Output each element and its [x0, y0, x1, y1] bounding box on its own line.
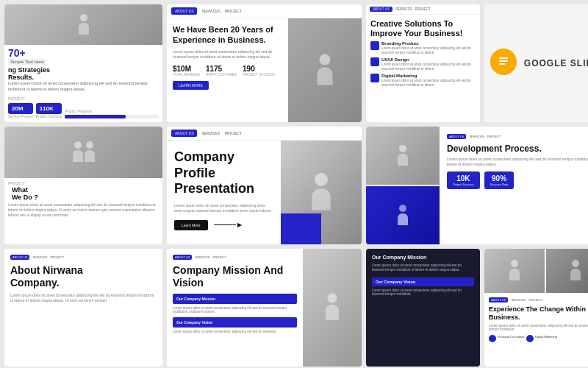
card9-vision-label: Our Company Vision [173, 317, 297, 328]
card5-people [4, 127, 162, 178]
card-about-nirwana: ABOUT US SERVICES PROJECT About Nirwana … [4, 249, 162, 367]
card3-sub3-text: Digital Marketing Lorem ipsum dolor sit … [381, 74, 476, 88]
card2-nav-about[interactable]: ABOUT US [171, 7, 197, 15]
card3-sub1-text: Branding Product Lorem ipsum dolor sit a… [381, 41, 476, 55]
card-company-profile: ABOUT US SERVICES PROJECT Company Profil… [167, 127, 362, 244]
card6-nav: ABOUT US SERVICES PROJECT [167, 127, 362, 141]
card7-text: ABOUT US SERVICES PROJECT Development Pr… [440, 127, 588, 244]
card11-nav: ABOUT US SERVICES PROJECT [489, 297, 588, 302]
card9-nav-project[interactable]: PROJECT [213, 255, 227, 259]
card7-stats: 10K Project Success 90% Success Rate [447, 171, 588, 189]
card7-nav: ABOUT US SERVICES PROJECT [447, 134, 588, 139]
card8-nav-services[interactable]: SERVICES [32, 255, 47, 259]
card6-left-text: Company Profile Presentation Lorem ipsum… [167, 141, 281, 244]
card3-sub3-desc: Lorem ipsum dolor sit amet consectetur a… [381, 79, 476, 88]
card6-blue-overlay [281, 213, 321, 244]
card2-img-placeholder [288, 18, 362, 122]
svg-rect-2 [499, 60, 508, 62]
card11-people-b [546, 249, 589, 293]
card11-consult-items: Financial Consultant Digital Marketing [489, 335, 588, 342]
card2-stat1-val: $10M [173, 65, 200, 73]
card1-stats: 20M Service Project 110K Project Success… [4, 101, 162, 121]
card10-mission-desc: Lorem ipsum dolor sit amet consectetur a… [372, 263, 474, 273]
card2-stats: $10M TOTAL REVENUE 1175 HAPPY CUSTOMER 1… [173, 65, 282, 77]
card5-question1: What [8, 186, 159, 194]
card1-stat1-val: 20M [8, 103, 33, 114]
card11-consult1-text: Financial Consultant [498, 335, 524, 339]
card2-nav-project[interactable]: PROJECT [225, 9, 242, 13]
card9-nav-services[interactable]: SERVICES [195, 255, 209, 259]
card7-nav-services[interactable]: SERVICES [469, 135, 484, 138]
card2-stat3: 190 PROJECT SUCCESS [243, 65, 275, 77]
card7-images [366, 127, 440, 244]
card5-project-label: PROJECT [4, 178, 162, 186]
card-strategies: 70+ Simple Text Here ng Strategies Resul… [4, 4, 162, 122]
svg-rect-1 [499, 57, 508, 59]
card7-nav-about[interactable]: ABOUT US [447, 134, 466, 139]
card11-people-a [484, 249, 545, 293]
card7-stat2: 90% Success Rate [484, 171, 514, 189]
card6-nav-services[interactable]: SERVICES [201, 131, 220, 135]
card8-title2: Company. [10, 277, 60, 289]
card-experience: ABOUT US SERVICES PROJECT Experience The… [484, 249, 588, 367]
card6-learn-btn[interactable]: Learn More [174, 220, 208, 230]
card2-nav: ABOUT US SERVICES PROJECT [167, 4, 362, 18]
card3-sub3-icon [370, 74, 379, 82]
card11-desc: Lorem ipsum dolor sit amet consectetur a… [489, 324, 588, 333]
card1-stat1-label: Service Project [8, 114, 33, 118]
card2-stat2-label: HAPPY CUSTOMER [206, 73, 237, 77]
card2-stat2-val: 1175 [206, 65, 237, 73]
card1-stat2-val: 110K [36, 103, 62, 114]
card1-progress-label: Project Progress [65, 109, 159, 113]
card2-nav-services[interactable]: SERVICES [201, 9, 220, 13]
card11-nav-services[interactable]: SERVICES [511, 298, 526, 302]
card8-desc: Lorem ipsum dolor sit amet consectetur a… [10, 293, 157, 303]
card8-nav-about[interactable]: ABOUT US [10, 255, 29, 260]
card1-number: 70+ [8, 47, 159, 59]
card2-heading: We Have Been 20 Years of Experience in B… [173, 24, 282, 46]
card1-progress-bar-bg [65, 115, 159, 118]
card2-left-text: We Have Been 20 Years of Experience in B… [167, 18, 288, 122]
card3-sub1-desc: Lorem ipsum dolor sit amet consectetur a… [381, 46, 476, 55]
card1-image [4, 4, 162, 45]
card3-sub1: Branding Product Lorem ipsum dolor sit a… [370, 41, 476, 55]
card8-nav-project[interactable]: PROJECT [51, 255, 65, 259]
card9-mission-desc: Lorem ipsum dolor sit amet consectetur a… [173, 306, 297, 315]
card2-learn-btn[interactable]: LEARN MORE [173, 81, 209, 90]
card6-title2: Presentation [174, 181, 254, 196]
card-development: ABOUT US SERVICES PROJECT Development Pr… [366, 127, 588, 244]
card9-nav-about[interactable]: ABOUT US [173, 255, 192, 260]
card11-nav-project[interactable]: PROJECT [529, 298, 543, 302]
card7-stat2-label: Success Rate [490, 183, 509, 186]
card3-nav-services[interactable]: SERVICES [395, 7, 412, 11]
card6-desc: Lorem ipsum dolor sit amet consectetur a… [174, 203, 273, 214]
card3-nav-about[interactable]: ABOUT US [370, 7, 392, 12]
card3-sub1-title: Branding Product [381, 41, 476, 46]
card9-mission-label: Our Company Mission [173, 294, 297, 304]
card2-stat1: $10M TOTAL REVENUE [173, 65, 200, 77]
card2-stat3-label: PROJECT SUCCESS [243, 73, 275, 77]
card3-sub-items: Branding Product Lorem ipsum dolor sit a… [370, 41, 476, 113]
card6-nav-project[interactable]: PROJECT [225, 131, 242, 135]
google-slide-icon [490, 49, 517, 75]
card6-nav-about[interactable]: ABOUT US [171, 130, 197, 137]
card7-nav-project[interactable]: PROJECT [487, 135, 501, 138]
card3-sub2-desc: Lorem ipsum dolor sit amet consectetur a… [381, 63, 476, 71]
card7-stat1-val: 10K [453, 174, 474, 183]
card3-sub2-text: UX/UI Design Lorem ipsum dolor sit amet … [381, 57, 476, 71]
card6-arrow-line [214, 224, 236, 225]
card5-image [4, 127, 162, 178]
card3-sub1-icon [370, 41, 379, 50]
card8-title1: About Nirwana [10, 264, 83, 276]
card3-nav-project[interactable]: PROJECT [415, 7, 431, 11]
card7-stat1: 10K Project Success [447, 171, 480, 189]
card10-vision-label: Our Company Vision [372, 277, 474, 286]
card11-nav-about[interactable]: ABOUT US [489, 297, 508, 302]
card11-consult1: Financial Consultant [489, 335, 524, 342]
card7-stat1-label: Project Success [453, 183, 474, 186]
card-20years: ABOUT US SERVICES PROJECT We Have Been 2… [167, 4, 362, 122]
card2-stat1-label: TOTAL REVENUE [173, 73, 200, 77]
card-our-mission: Our Company Mission Lorem ipsum dolor si… [366, 249, 480, 367]
card2-desc: Lorem ipsum dolor sit amet consectetur a… [173, 49, 282, 60]
card1-progress: Project Progress [65, 109, 159, 118]
